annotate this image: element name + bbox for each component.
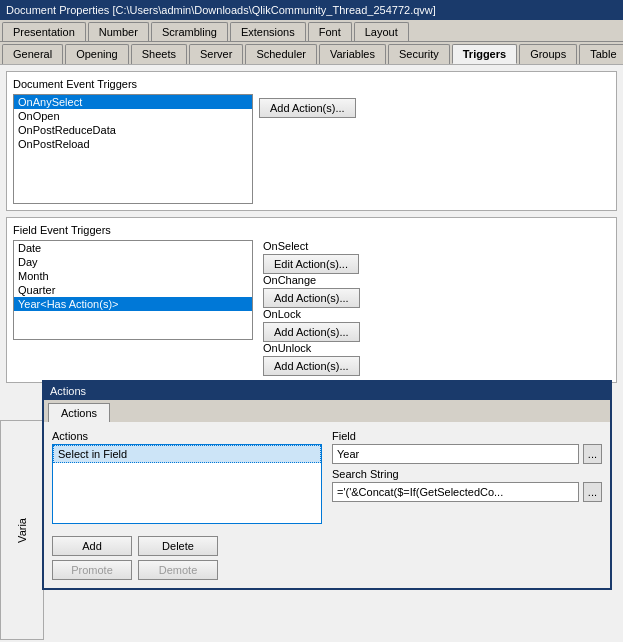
tab-scheduler[interactable]: Scheduler: [245, 44, 317, 64]
field-input-row: ...: [332, 444, 602, 464]
onunlock-area: OnUnlock Add Action(s)...: [263, 342, 610, 376]
field-item-day[interactable]: Day: [14, 255, 252, 269]
onselect-area: OnSelect Edit Action(s)...: [263, 240, 610, 274]
actions-list-area: Actions Select in Field: [52, 430, 322, 524]
promote-demote-row: Promote Demote: [52, 560, 602, 580]
actions-field-area: Field ... Search String ...: [332, 430, 602, 524]
field-input[interactable]: [332, 444, 579, 464]
actions-inner: Actions Select in Field Field ... Search…: [52, 430, 602, 524]
onunlock-add-button[interactable]: Add Action(s)...: [263, 356, 360, 376]
side-panel-label: Varia: [16, 518, 28, 543]
add-button[interactable]: Add: [52, 536, 132, 556]
doc-add-action-button[interactable]: Add Action(s)...: [259, 98, 356, 118]
document-event-triggers-row: OnAnySelect OnOpen OnPostReduceData OnPo…: [13, 94, 610, 204]
document-trigger-buttons: Add Action(s)...: [259, 94, 356, 204]
tab-triggers[interactable]: Triggers: [452, 44, 517, 64]
tab-row-1: Presentation Number Scrambling Extension…: [0, 20, 623, 42]
demote-button[interactable]: Demote: [138, 560, 218, 580]
tab-server[interactable]: Server: [189, 44, 243, 64]
field-item-quarter[interactable]: Quarter: [14, 283, 252, 297]
onchange-add-button[interactable]: Add Action(s)...: [263, 288, 360, 308]
onchange-label: OnChange: [263, 274, 610, 286]
tab-extensions[interactable]: Extensions: [230, 22, 306, 41]
tab-variables[interactable]: Variables: [319, 44, 386, 64]
search-string-browse-button[interactable]: ...: [583, 482, 602, 502]
tab-presentation[interactable]: Presentation: [2, 22, 86, 41]
tab-font[interactable]: Font: [308, 22, 352, 41]
actions-tab-actions[interactable]: Actions: [48, 403, 110, 422]
listbox-item-onopen[interactable]: OnOpen: [14, 109, 252, 123]
actions-tabs: Actions: [44, 400, 610, 422]
document-event-triggers-section: Document Event Triggers OnAnySelect OnOp…: [6, 71, 617, 211]
action-item-select-in-field[interactable]: Select in Field: [53, 445, 321, 463]
actions-bottom-buttons: Add Delete: [52, 532, 602, 556]
tab-security[interactable]: Security: [388, 44, 450, 64]
listbox-item-onpostreload[interactable]: OnPostReload: [14, 137, 252, 151]
field-event-triggers-title: Field Event Triggers: [13, 224, 610, 236]
onselect-label: OnSelect: [263, 240, 610, 252]
tab-row-2: General Opening Sheets Server Scheduler …: [0, 42, 623, 65]
actions-listbox[interactable]: Select in Field: [52, 444, 322, 524]
field-browse-button[interactable]: ...: [583, 444, 602, 464]
search-string-label: Search String: [332, 468, 602, 480]
tab-opening[interactable]: Opening: [65, 44, 129, 64]
actions-body: Actions Select in Field Field ... Search…: [44, 422, 610, 588]
field-event-actions: OnSelect Edit Action(s)... OnChange Add …: [263, 240, 610, 376]
document-event-listbox[interactable]: OnAnySelect OnOpen OnPostReduceData OnPo…: [13, 94, 253, 204]
search-string-input[interactable]: [332, 482, 579, 502]
tab-general[interactable]: General: [2, 44, 63, 64]
tab-layout[interactable]: Layout: [354, 22, 409, 41]
field-item-date[interactable]: Date: [14, 241, 252, 255]
side-panel: Varia: [0, 420, 44, 640]
onunlock-label: OnUnlock: [263, 342, 610, 354]
tab-scrambling[interactable]: Scrambling: [151, 22, 228, 41]
tab-table[interactable]: Table: [579, 44, 623, 64]
actions-label: Actions: [52, 430, 322, 442]
listbox-item-onpostreducedata[interactable]: OnPostReduceData: [14, 123, 252, 137]
title-bar: Document Properties [C:\Users\admin\Down…: [0, 0, 623, 20]
edit-action-button[interactable]: Edit Action(s)...: [263, 254, 359, 274]
onlock-add-button[interactable]: Add Action(s)...: [263, 322, 360, 342]
promote-button[interactable]: Promote: [52, 560, 132, 580]
field-item-year[interactable]: Year<Has Action(s)>: [14, 297, 252, 311]
document-event-triggers-title: Document Event Triggers: [13, 78, 610, 90]
onchange-area: OnChange Add Action(s)...: [263, 274, 610, 308]
field-label: Field: [332, 430, 602, 442]
search-string-row: ...: [332, 482, 602, 502]
actions-dialog: Actions Actions Actions Select in Field …: [42, 380, 612, 590]
main-content: Document Event Triggers OnAnySelect OnOp…: [0, 65, 623, 395]
field-event-triggers-section: Field Event Triggers Date Day Month Quar…: [6, 217, 617, 383]
tab-number[interactable]: Number: [88, 22, 149, 41]
actions-dialog-title: Actions: [44, 382, 610, 400]
onlock-area: OnLock Add Action(s)...: [263, 308, 610, 342]
onlock-label: OnLock: [263, 308, 610, 320]
listbox-item-onanyselect[interactable]: OnAnySelect: [14, 95, 252, 109]
delete-button[interactable]: Delete: [138, 536, 218, 556]
field-item-month[interactable]: Month: [14, 269, 252, 283]
tab-groups[interactable]: Groups: [519, 44, 577, 64]
title-text: Document Properties [C:\Users\admin\Down…: [6, 4, 436, 16]
tab-sheets[interactable]: Sheets: [131, 44, 187, 64]
field-event-listbox[interactable]: Date Day Month Quarter Year<Has Action(s…: [13, 240, 253, 340]
field-event-row: Date Day Month Quarter Year<Has Action(s…: [13, 240, 610, 376]
